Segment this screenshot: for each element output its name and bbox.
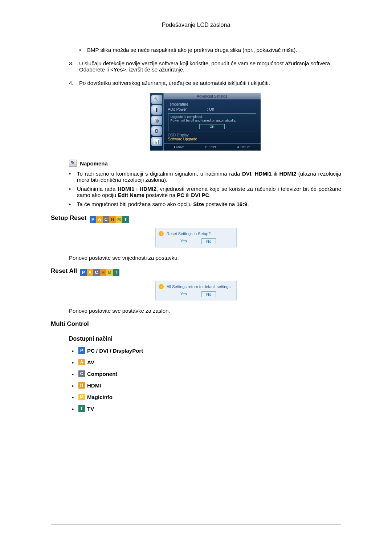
badges-reset-all: P A C H M T — [80, 269, 119, 276]
badge-a-icon: A — [96, 216, 103, 223]
mode-item-magicinfo: M MagicInfo — [72, 394, 341, 400]
sub-heading-modes: Dostupni načini — [69, 336, 341, 342]
step-4-num: 4. — [69, 80, 74, 86]
badge-t-icon: T — [122, 216, 129, 223]
mode-item-hdmi: H HDMI — [72, 382, 341, 389]
dialog-no-button[interactable]: No — [201, 291, 216, 297]
osd-footer: ♦ Move ↵ Enter ↺ Return — [164, 143, 261, 151]
step-3-text: U slučaju detekcije novije verzije softv… — [79, 60, 331, 73]
step-3-num: 3. — [69, 60, 74, 66]
intro-bullet-item: BMP slika možda se neće raspakirati ako … — [79, 47, 341, 53]
section-setup-reset: Setup Reset P A C H M T — [51, 214, 341, 223]
badges-setup-reset: P A C H M T — [90, 216, 129, 223]
dialog-reset-all: i All Settings return to default setting… — [155, 281, 237, 300]
mode-item-av: A AV — [72, 359, 341, 365]
steps-list: 3. U slučaju detekcije novije verzije so… — [69, 60, 341, 86]
mode-item-tv: T TV — [72, 405, 341, 412]
step-4-text: Po dovršetku softverskog ažuriranja, ure… — [79, 80, 270, 86]
dialog-yes-button[interactable]: Yes — [176, 238, 191, 244]
intro-bullet-list: BMP slika možda se neće raspakirati ako … — [69, 47, 341, 53]
osd-footer-move: ♦ Move — [174, 145, 184, 149]
badge-p-icon: P — [90, 216, 96, 223]
osd-icon-3: ◎ — [151, 116, 162, 125]
page-title: Podešavanje LCD zaslona — [51, 22, 341, 32]
osd-icon-2: ⬆ — [151, 105, 162, 115]
step-4: 4. Po dovršetku softverskog ažuriranja, … — [69, 80, 341, 86]
osd-icon-5: 📊 — [151, 137, 162, 146]
section-reset-all: Reset All P A C H M T — [51, 267, 341, 276]
osd-below-1: OSD Display — [168, 133, 256, 137]
section-multi-control: Multi Control — [51, 320, 341, 328]
badge-t-icon: T — [78, 405, 85, 412]
osd-ok-button[interactable]: OK — [199, 124, 225, 129]
note-item-1: To radi samo u kombinaciji s digitalnim … — [69, 171, 341, 183]
badge-c-icon: C — [78, 370, 85, 377]
footer-rule — [51, 525, 341, 525]
badge-t-icon: T — [113, 269, 119, 276]
dialog-setup-reset-msg: Reset Settings in Setup? — [167, 231, 211, 236]
info-icon: i — [159, 284, 164, 289]
badge-a-icon: A — [78, 359, 85, 365]
osd-row-autopower: Auto Power: Off — [168, 107, 256, 111]
osd-below-2: Software Upgrade — [168, 137, 256, 141]
info-icon: i — [159, 231, 164, 236]
note-icon — [69, 160, 77, 167]
mode-list: P PC / DVI / DisplayPort A AV C Componen… — [72, 347, 341, 412]
badge-c-icon: C — [103, 216, 109, 223]
badge-h-icon: H — [100, 269, 106, 276]
osd-icon-4: ⚙ — [151, 126, 162, 136]
badge-m-icon: M — [78, 394, 85, 400]
note-item-3: Ta će mogućnost biti podržana samo ako o… — [69, 201, 341, 207]
reset-all-desc: Ponovo postavite sve postavke za zaslon. — [69, 308, 341, 314]
badge-p-icon: P — [80, 269, 87, 276]
osd-footer-enter: ↵ Enter — [205, 145, 216, 149]
note-item-2: Unačinima rada HDMI1 i HDMI2, vrijednost… — [69, 186, 341, 198]
setup-reset-desc: Ponovo postavite sve vrijednosti za post… — [69, 255, 341, 261]
osd-message-box: Upgrade is completed. Power will be off … — [168, 113, 256, 131]
badge-p-icon: P — [78, 347, 85, 354]
osd-footer-return: ↺ Return — [237, 145, 250, 149]
badge-h-icon: H — [109, 216, 116, 223]
mode-item-component: C Component — [72, 370, 341, 377]
osd-screenshot: 🔧 ⬆ ◎ ⚙ 📊 Advanced Settings Temperature … — [150, 93, 261, 151]
dialog-no-button[interactable]: No — [201, 238, 216, 244]
badge-h-icon: H — [78, 382, 85, 389]
badge-m-icon: M — [116, 216, 122, 223]
dialog-setup-reset: i Reset Settings in Setup? Yes No — [155, 228, 237, 247]
osd-tab-title: Advanced Settings — [164, 93, 261, 99]
badge-m-icon: M — [106, 269, 113, 276]
mode-item-pc: P PC / DVI / DisplayPort — [72, 347, 341, 354]
osd-side-icons: 🔧 ⬆ ◎ ⚙ 📊 — [150, 93, 164, 151]
note-heading: Napomena — [69, 160, 341, 167]
osd-row-temperature: Temperature — [168, 102, 256, 106]
dialog-yes-button[interactable]: Yes — [176, 291, 191, 297]
osd-icon-1: 🔧 — [151, 95, 162, 104]
dialog-reset-all-msg: All Settings return to default settings. — [167, 284, 232, 289]
badge-c-icon: C — [93, 269, 100, 276]
step-3: 3. U slučaju detekcije novije verzije so… — [69, 60, 341, 73]
badge-a-icon: A — [87, 269, 93, 276]
